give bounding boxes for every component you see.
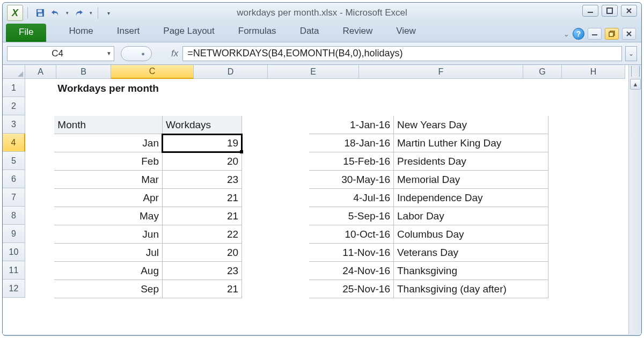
cell-G11[interactable] [548,262,584,280]
column-header-G[interactable]: G [523,65,562,79]
cell-G1[interactable] [548,79,584,98]
cell-A10[interactable] [26,244,54,262]
cell-B6[interactable]: Mar [54,171,163,189]
cell-F2[interactable] [394,98,548,116]
row-header-10[interactable]: 10 [3,243,25,261]
cells-area[interactable]: Workdays per monthMonthWorkdays1-Jan-16N… [25,79,641,298]
cell-G2[interactable] [548,98,584,116]
select-all-corner[interactable] [3,65,25,79]
cell-G8[interactable] [548,207,584,225]
row-header-4[interactable]: 4 [3,134,25,152]
cell-E12[interactable]: 25-Nov-16 [309,280,393,298]
excel-app-icon[interactable]: X [7,5,23,21]
column-header-H[interactable]: H [562,65,625,79]
fx-icon[interactable]: fx [171,48,178,59]
cell-F6[interactable]: Memorial Day [394,171,548,189]
cell-D9[interactable] [242,225,309,244]
cell-C4[interactable]: 19 [162,134,241,152]
cell-D6[interactable] [242,171,309,189]
cell-D11[interactable] [242,262,309,280]
tab-review[interactable]: Review [331,23,385,42]
scroll-up-icon[interactable]: ▲ [630,79,641,90]
cell-G7[interactable] [548,189,584,207]
cell-F11[interactable]: Thanksgiving [394,262,548,280]
cell-B11[interactable]: Aug [54,262,163,280]
cell-G4[interactable] [548,134,584,152]
qat-customize-icon[interactable]: ▾ [101,6,115,20]
cell-C11[interactable]: 23 [162,262,241,280]
name-box[interactable]: C4 ▼ [7,46,114,61]
cell-C1[interactable] [162,79,241,98]
tab-data[interactable]: Data [288,23,331,42]
row-header-11[interactable]: 11 [3,261,25,280]
row-header-5[interactable]: 5 [3,152,25,170]
workbook-restore-button[interactable] [605,28,619,40]
column-header-B[interactable]: B [56,65,111,79]
tab-formulas[interactable]: Formulas [226,23,288,42]
cell-F4[interactable]: Martin Luther King Day [394,134,548,152]
cell-F9[interactable]: Columbus Day [394,225,548,244]
row-header-3[interactable]: 3 [3,115,25,134]
workbook-close-button[interactable] [622,28,636,40]
cell-B2[interactable] [54,98,163,116]
row-header-7[interactable]: 7 [3,188,25,207]
cell-C2[interactable] [162,98,241,116]
cancel-enter-area[interactable]: ● [121,46,152,61]
cell-D2[interactable] [242,98,309,116]
cell-A3[interactable] [26,116,54,134]
cell-C10[interactable]: 20 [162,244,241,262]
column-header-E[interactable]: E [268,65,359,79]
cell-E9[interactable]: 10-Oct-16 [309,225,393,244]
cell-F5[interactable]: Presidents Day [394,152,548,171]
cell-C3[interactable]: Workdays [162,116,241,134]
tab-view[interactable]: View [384,23,428,42]
vertical-scrollbar[interactable]: ▲ [628,65,641,334]
cell-E5[interactable]: 15-Feb-16 [309,152,393,171]
cell-E10[interactable]: 11-Nov-16 [309,244,393,262]
help-icon[interactable]: ? [573,28,584,40]
cell-B3[interactable]: Month [54,116,163,134]
row-header-6[interactable]: 6 [3,170,25,188]
row-header-12[interactable]: 12 [3,280,25,298]
cell-B12[interactable]: Sep [54,280,163,298]
cell-D4[interactable] [242,134,309,152]
cell-G5[interactable] [548,152,584,171]
cell-A7[interactable] [26,189,54,207]
undo-dropdown-icon[interactable]: ▾ [63,6,71,20]
tab-home[interactable]: Home [57,23,105,42]
tab-insert[interactable]: Insert [105,23,152,42]
split-handle-icon[interactable] [631,66,640,77]
redo-icon[interactable] [72,6,86,20]
cell-E3[interactable]: 1-Jan-16 [309,116,393,134]
expand-formula-bar-icon[interactable]: ⌄ [625,46,637,61]
spreadsheet-grid[interactable]: ABCDEFGH 123456789101112 Workdays per mo… [3,65,641,334]
maximize-button[interactable] [602,5,618,17]
formula-input[interactable]: =NETWORKDAYS(B4,EOMONTH(B4,0),holidays) [182,46,622,61]
row-header-2[interactable]: 2 [3,97,25,115]
cell-A11[interactable] [26,262,54,280]
file-tab[interactable]: File [6,24,46,42]
cell-B7[interactable]: Apr [54,189,163,207]
name-box-dropdown-icon[interactable]: ▼ [106,50,112,56]
cell-A12[interactable] [26,280,54,298]
cell-B8[interactable]: May [54,207,163,225]
cell-C6[interactable]: 23 [162,171,241,189]
workbook-minimize-button[interactable] [588,28,602,40]
cell-C9[interactable]: 22 [162,225,241,244]
cell-C8[interactable]: 21 [162,207,241,225]
ribbon-min-chevron-icon[interactable]: ⌄ [564,30,569,38]
cell-E8[interactable]: 5-Sep-16 [309,207,393,225]
row-header-8[interactable]: 8 [3,207,25,225]
minimize-button[interactable] [582,5,598,17]
cell-B1[interactable]: Workdays per month [54,79,163,98]
cell-A4[interactable] [26,134,54,152]
cell-D3[interactable] [242,116,309,134]
row-header-9[interactable]: 9 [3,225,25,243]
cell-D7[interactable] [242,189,309,207]
cell-C7[interactable]: 21 [162,189,241,207]
cell-A1[interactable] [26,79,54,98]
cell-F7[interactable]: Independence Day [394,189,548,207]
cell-B5[interactable]: Feb [54,152,163,171]
cell-G12[interactable] [548,280,584,298]
undo-icon[interactable] [48,6,62,20]
